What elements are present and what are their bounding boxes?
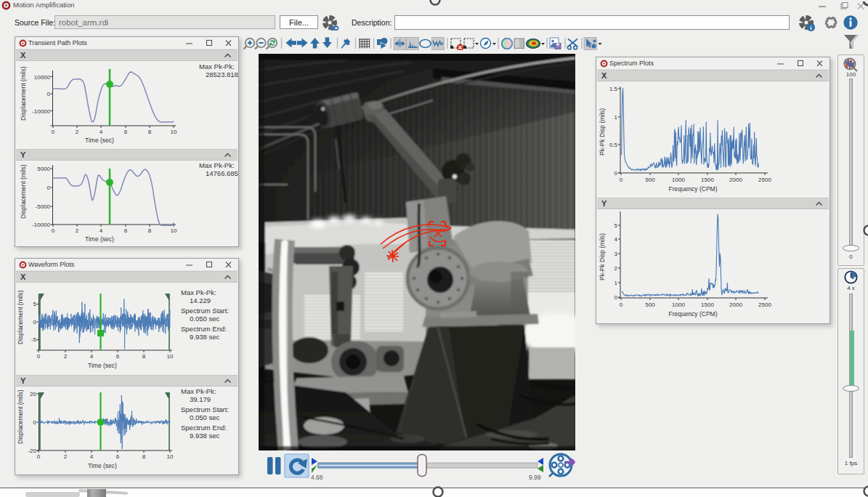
svg-text:-10000: -10000 — [32, 222, 50, 228]
svg-text:20: 20 — [30, 391, 36, 397]
svg-text:0: 0 — [620, 302, 623, 308]
svg-text:0: 0 — [33, 319, 37, 326]
svg-text:Time (sec): Time (sec) — [88, 462, 117, 469]
svg-text:1000: 1000 — [672, 177, 685, 183]
svg-text:Pk-Pk Disp (mils): Pk-Pk Disp (mils) — [599, 108, 606, 155]
svg-text:0: 0 — [37, 353, 41, 360]
svg-text:500: 500 — [645, 302, 655, 308]
svg-text:10: 10 — [167, 353, 174, 360]
svg-text:1: 1 — [615, 280, 618, 286]
svg-text:2500: 2500 — [758, 302, 771, 308]
svg-text:4: 4 — [615, 236, 618, 243]
svg-text:Frequency (CPM): Frequency (CPM) — [668, 310, 717, 318]
svg-text:2: 2 — [76, 227, 79, 234]
svg-text:5000: 5000 — [37, 166, 50, 172]
svg-text:8: 8 — [148, 129, 152, 135]
svg-text:Max Pk-Pk:: Max Pk-Pk: — [181, 387, 216, 395]
svg-text:Displacement (mils): Displacement (mils) — [17, 389, 24, 444]
svg-text:Max Pk-Pk:: Max Pk-Pk: — [181, 288, 216, 296]
svg-text:Spectrum End:: Spectrum End: — [181, 424, 227, 432]
svg-text:0.5: 0.5 — [609, 142, 618, 148]
svg-text:-20: -20 — [28, 448, 36, 454]
svg-text:14.229: 14.229 — [190, 296, 211, 304]
svg-text:Displacement (mils): Displacement (mils) — [17, 290, 24, 344]
svg-text:Frequency (CPM): Frequency (CPM) — [668, 185, 717, 193]
svg-text:Spectrum Start:: Spectrum Start: — [181, 405, 229, 413]
svg-text:1000: 1000 — [672, 302, 685, 308]
svg-text:10: 10 — [171, 129, 177, 135]
svg-text:0: 0 — [615, 170, 618, 177]
svg-text:2500: 2500 — [758, 177, 771, 183]
svg-text:-5: -5 — [31, 336, 37, 343]
svg-text:0: 0 — [37, 453, 41, 460]
svg-text:Spectrum Start:: Spectrum Start: — [181, 307, 229, 315]
svg-text:0: 0 — [615, 294, 618, 301]
svg-text:-10000: -10000 — [32, 108, 50, 115]
svg-text:2: 2 — [76, 129, 79, 135]
svg-text:9.938 sec: 9.938 sec — [190, 333, 219, 341]
svg-text:0.050 sec: 0.050 sec — [190, 315, 219, 323]
svg-text:9.99: 9.99 — [529, 474, 541, 481]
svg-text:10: 10 — [171, 227, 177, 234]
svg-text:0: 0 — [52, 227, 55, 234]
svg-text:Spectrum End:: Spectrum End: — [181, 325, 227, 333]
svg-text:1500: 1500 — [701, 177, 714, 183]
svg-text:Time (sec): Time (sec) — [85, 137, 114, 144]
svg-text:0: 0 — [47, 185, 51, 191]
svg-text:28523.818: 28523.818 — [206, 70, 238, 78]
svg-text:2: 2 — [64, 353, 68, 360]
svg-text:-5000: -5000 — [36, 203, 51, 210]
svg-text:0: 0 — [47, 91, 51, 97]
svg-text:8: 8 — [142, 453, 146, 460]
svg-text:Max Pk-Pk:: Max Pk-Pk: — [199, 161, 235, 169]
svg-text:1500: 1500 — [701, 302, 714, 308]
svg-text:4: 4 — [100, 227, 103, 234]
svg-text:4: 4 — [100, 129, 103, 135]
svg-text:14766.685: 14766.685 — [206, 169, 238, 177]
svg-text:6: 6 — [124, 227, 128, 234]
svg-text:0: 0 — [52, 129, 55, 135]
svg-text:6: 6 — [116, 353, 120, 360]
svg-text:6: 6 — [124, 129, 128, 135]
svg-text:2: 2 — [615, 265, 618, 272]
svg-text:500: 500 — [645, 177, 655, 183]
svg-text:6: 6 — [116, 453, 120, 460]
svg-text:9.938 sec: 9.938 sec — [190, 432, 219, 440]
svg-text:0: 0 — [620, 177, 623, 183]
svg-text:Max Pk-Pk:: Max Pk-Pk: — [199, 62, 235, 70]
svg-text:1: 1 — [615, 114, 618, 121]
svg-text:0: 0 — [33, 419, 37, 426]
svg-text:10000: 10000 — [34, 74, 51, 81]
svg-text:2: 2 — [64, 453, 68, 460]
svg-text:8: 8 — [148, 227, 152, 234]
svg-text:Pk-Pk Disp (mils): Pk-Pk Disp (mils) — [599, 233, 606, 280]
svg-text:2000: 2000 — [729, 177, 742, 183]
svg-text:Time (sec): Time (sec) — [88, 362, 117, 369]
svg-text:39.179: 39.179 — [190, 395, 211, 403]
svg-text:Displacement (mils): Displacement (mils) — [20, 66, 27, 121]
svg-text:5: 5 — [615, 222, 618, 229]
svg-text:0.050 sec: 0.050 sec — [190, 413, 219, 421]
svg-text:Time (sec): Time (sec) — [85, 235, 114, 243]
svg-text:5: 5 — [33, 301, 37, 307]
svg-text:10: 10 — [167, 453, 174, 460]
svg-text:4: 4 — [90, 353, 94, 360]
svg-text:4: 4 — [90, 453, 94, 460]
svg-text:3: 3 — [615, 251, 618, 257]
svg-text:1.5: 1.5 — [609, 86, 618, 92]
svg-text:2000: 2000 — [729, 302, 742, 308]
svg-text:4.68: 4.68 — [311, 474, 323, 481]
svg-text:8: 8 — [142, 353, 146, 360]
svg-text:Displacement (mils): Displacement (mils) — [20, 164, 27, 219]
